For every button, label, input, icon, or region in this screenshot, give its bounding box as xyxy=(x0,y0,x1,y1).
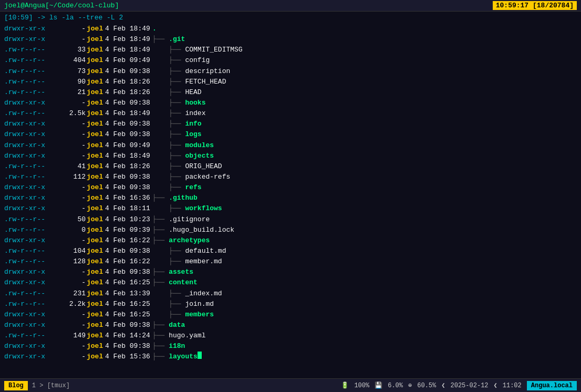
terminal: joel@Angua[~/Code/cool-club] 10:59:17 [1… xyxy=(0,0,581,392)
status-window: 1 > [tmux] xyxy=(32,382,70,389)
hostname: Angua.local xyxy=(527,381,577,390)
list-item: .rw-r--r-- 2.5k joel 4 Feb 18:49 ├── ind… xyxy=(4,108,577,119)
date-value: 2025-02-12 xyxy=(451,382,489,389)
list-item: .rw-r--r-- 231 joel 4 Feb 13:39 ├── _ind… xyxy=(4,288,577,299)
list-item: drwxr-xr-x - joel 4 Feb 09:38 ├── info xyxy=(4,119,577,129)
list-item: .rw-r--r-- 73 joel 4 Feb 09:38 ├── descr… xyxy=(4,66,577,77)
list-item: .rw-r--r-- 2.2k joel 4 Feb 16:25 ├── joi… xyxy=(4,299,577,310)
cpu-icon: ⊕ xyxy=(408,381,412,389)
date-icon: ❮ xyxy=(441,381,445,389)
battery-icon: 🔋 xyxy=(341,381,349,389)
list-item: .rw-r--r-- 112 joel 4 Feb 09:38 ├── pack… xyxy=(4,172,577,182)
status-tab[interactable]: Blog xyxy=(4,381,28,390)
mem-icon: 💾 xyxy=(375,381,382,389)
list-item: drwxr-xr-x - joel 4 Feb 18:11 ├── workfl… xyxy=(4,203,577,214)
list-item: drwxr-xr-x - joel 4 Feb 18:49 . xyxy=(4,24,577,34)
list-item: drwxr-xr-x - joel 4 Feb 18:49 ├── object… xyxy=(4,151,577,161)
time-value: 11:02 xyxy=(503,382,522,389)
list-item: drwxr-xr-x - joel 4 Feb 16:25 ├── member… xyxy=(4,310,577,320)
list-item: .rw-r--r-- 33 joel 4 Feb 18:49 ├── COMMI… xyxy=(4,45,577,55)
list-item: .rw-r--r-- 404 joel 4 Feb 09:49 ├── conf… xyxy=(4,55,577,66)
list-item: .rw-r--r-- 104 joel 4 Feb 09:38 ├── defa… xyxy=(4,246,577,256)
command-line: [10:59] -> ls -la --tree -L 2 xyxy=(4,14,577,22)
list-item: .rw-r--r-- 41 joel 4 Feb 18:26 ├── ORIG_… xyxy=(4,161,577,172)
cursor xyxy=(198,352,202,359)
title-right: 10:59:17 [18/20784] xyxy=(493,1,577,10)
list-item: drwxr-xr-x - joel 4 Feb 09:38 ├── data xyxy=(4,320,577,331)
list-item: .rw-r--r-- 50 joel 4 Feb 10:23 ├── .giti… xyxy=(4,214,577,225)
list-item: drwxr-xr-x - joel 4 Feb 09:38 ├── i18n xyxy=(4,341,577,352)
list-item: drwxr-xr-x - joel 4 Feb 09:49 ├── module… xyxy=(4,140,577,151)
list-item: .rw-r--r-- 149 joel 4 Feb 14:24 ├── hugo… xyxy=(4,331,577,341)
status-bar: Blog 1 > [tmux] 🔋 100% 💾 6.0% ⊕ 60.5% ❮ … xyxy=(0,378,581,392)
title-left: joel@Angua[~/Code/cool-club] xyxy=(4,2,119,9)
title-bar: joel@Angua[~/Code/cool-club] 10:59:17 [1… xyxy=(0,0,581,12)
list-item: .rw-r--r-- 0 joel 4 Feb 09:39 ├── .hugo_… xyxy=(4,225,577,235)
list-item: drwxr-xr-x - joel 4 Feb 16:36 ├── .githu… xyxy=(4,193,577,203)
list-item: drwxr-xr-x - joel 4 Feb 09:38 ├── logs xyxy=(4,129,577,140)
mem-value: 6.0% xyxy=(388,382,403,389)
file-list: drwxr-xr-x - joel 4 Feb 18:49 .drwxr-xr-… xyxy=(4,24,577,363)
list-item: drwxr-xr-x - joel 4 Feb 09:38 ├── refs xyxy=(4,182,577,193)
list-item: drwxr-xr-x - joel 4 Feb 16:25 ├── conten… xyxy=(4,277,577,288)
cpu-value: 60.5% xyxy=(417,382,436,389)
time-icon: ❮ xyxy=(494,381,497,389)
list-item: .rw-r--r-- 128 joel 4 Feb 16:22 ├── memb… xyxy=(4,256,577,267)
list-item: drwxr-xr-x - joel 4 Feb 18:49 ├── .git xyxy=(4,34,577,45)
battery-value: 100% xyxy=(354,382,369,389)
list-item: drwxr-xr-x - joel 4 Feb 15:36 ├── layout… xyxy=(4,352,577,362)
list-item: .rw-r--r-- 21 joel 4 Feb 18:26 ├── HEAD xyxy=(4,87,577,98)
terminal-body[interactable]: [10:59] -> ls -la --tree -L 2 drwxr-xr-x… xyxy=(0,12,581,378)
list-item: .rw-r--r-- 90 joel 4 Feb 18:26 ├── FETCH… xyxy=(4,77,577,87)
list-item: drwxr-xr-x - joel 4 Feb 16:22 ├── archet… xyxy=(4,235,577,246)
list-item: drwxr-xr-x - joel 4 Feb 09:38 ├── assets xyxy=(4,267,577,277)
list-item: drwxr-xr-x - joel 4 Feb 09:38 ├── hooks xyxy=(4,98,577,108)
status-right: 🔋 100% 💾 6.0% ⊕ 60.5% ❮ 2025-02-12 ❮ 11:… xyxy=(341,381,577,390)
